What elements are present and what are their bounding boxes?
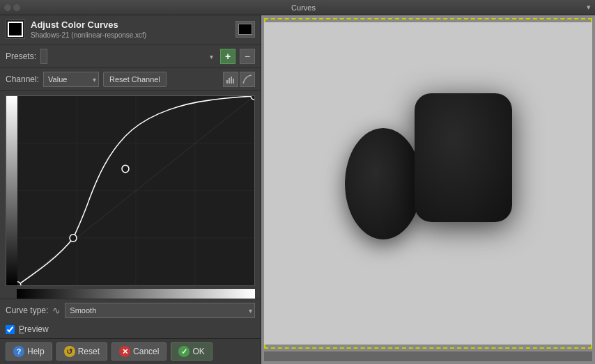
ok-label: OK (192, 347, 204, 356)
presets-dropdown-icon: ▾ (210, 53, 213, 61)
oval-shadow-shape (345, 128, 422, 239)
help-button[interactable]: ? Help (6, 342, 52, 361)
plugin-icon (6, 19, 25, 39)
reset-button[interactable]: ↺ Reset (56, 342, 107, 361)
control-point-1 (70, 235, 77, 242)
canvas-main (264, 22, 592, 345)
reset-icon: ↺ (64, 346, 75, 357)
panel-header: Adjust Color Curves Shadows-21 (nonlinea… (0, 15, 261, 45)
canvas-preview-area (261, 15, 595, 364)
ok-button[interactable]: ✓ OK (171, 342, 212, 361)
channel-label: Channel: (6, 74, 39, 84)
preview-row: Preview (0, 322, 261, 338)
window-controls (4, 4, 20, 11)
presets-select[interactable] (40, 49, 47, 64)
main-layout: Adjust Color Curves Shadows-21 (nonlinea… (0, 15, 595, 364)
help-icon: ? (13, 346, 24, 357)
curves-svg[interactable] (17, 96, 254, 285)
help-label: Help (27, 347, 45, 356)
curve-type-label: Curve type: (6, 306, 48, 315)
channel-histogram-button[interactable] (223, 72, 238, 87)
plugin-subtitle: Shadows-21 (nonlinear-response.xcf) (31, 31, 230, 39)
canvas-scrollbar[interactable] (264, 351, 592, 361)
x-axis-gradient (17, 289, 255, 299)
maximize-button[interactable] (13, 4, 20, 11)
curves-canvas[interactable] (17, 96, 254, 285)
left-panel: Adjust Color Curves Shadows-21 (nonlinea… (0, 15, 261, 364)
presets-row: Presets: ▾ + − (0, 45, 261, 68)
curves-graph-area[interactable] (6, 95, 255, 286)
plugin-title-text: Adjust Color Curves Shadows-21 (nonlinea… (31, 19, 230, 39)
cancel-label: Cancel (133, 347, 159, 356)
control-point-2 (122, 165, 129, 172)
channel-select-wrapper: Value Red Green Blue Alpha ▾ (43, 72, 99, 87)
preview-label[interactable]: Preview (19, 324, 49, 334)
cancel-icon: ✕ (119, 346, 130, 357)
plugin-preview-thumb[interactable] (235, 21, 255, 38)
curve-type-select-wrapper: Smooth Linear ▾ (65, 303, 255, 318)
y-axis-gradient (6, 96, 17, 285)
preview-checkbox[interactable] (6, 325, 15, 334)
presets-delete-button[interactable]: − (240, 49, 255, 64)
channel-icons (223, 72, 255, 87)
presets-add-button[interactable]: + (220, 49, 235, 64)
channel-row: Channel: Value Red Green Blue Alpha ▾ Re… (0, 68, 261, 91)
svg-rect-0 (226, 80, 228, 84)
ok-icon: ✓ (178, 346, 190, 357)
reset-channel-button[interactable]: Reset Channel (103, 72, 167, 87)
curve-type-wave-icon: ∿ (52, 305, 61, 316)
window-menu-arrow[interactable]: ▾ (587, 3, 591, 12)
reset-label: Reset (78, 347, 100, 356)
presets-select-wrapper: ▾ (40, 49, 216, 64)
shapes-container (324, 72, 533, 295)
canvas-bottom-dashed-border (264, 345, 592, 349)
channel-select[interactable]: Value Red Green Blue Alpha (43, 72, 99, 87)
curve-type-select[interactable]: Smooth Linear (65, 303, 255, 318)
presets-label: Presets: (6, 52, 36, 61)
plugin-title-row: Adjust Color Curves Shadows-21 (nonlinea… (6, 19, 255, 39)
plugin-title: Adjust Color Curves (31, 19, 230, 31)
button-row: ? Help ↺ Reset ✕ Cancel ✓ OK (0, 338, 261, 364)
svg-rect-1 (229, 78, 230, 84)
rect-shadow-shape (415, 93, 512, 222)
curve-type-row: Curve type: ∿ Smooth Linear ▾ (0, 299, 261, 322)
title-bar: Curves ▾ (0, 0, 595, 15)
window-title: Curves (24, 3, 582, 12)
svg-rect-3 (233, 79, 234, 84)
minimize-button[interactable] (4, 4, 11, 11)
cancel-button[interactable]: ✕ Cancel (111, 342, 167, 361)
channel-curve-button[interactable] (240, 72, 255, 87)
svg-rect-2 (231, 77, 232, 84)
